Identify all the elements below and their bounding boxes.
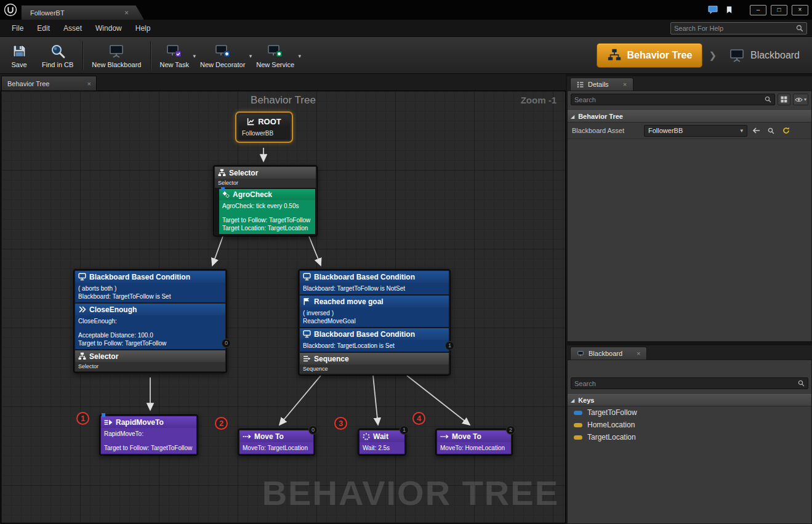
- blackboard-key-homelocation[interactable]: HomeLocation: [568, 419, 811, 431]
- decorator-line: Blackboard: TargetToFollow is Set: [78, 292, 222, 300]
- new-blackboard-icon: [108, 43, 124, 59]
- details-tab-icon: [577, 81, 584, 88]
- close-icon[interactable]: ×: [623, 81, 627, 88]
- save-button[interactable]: Save: [2, 38, 37, 73]
- menu-bar: File Edit Asset Window Help: [0, 20, 812, 37]
- property-matrix-button[interactable]: [778, 94, 790, 105]
- new-service-icon: [267, 43, 283, 59]
- grid-icon: [781, 96, 787, 103]
- key-name: TargetLocation: [587, 433, 636, 441]
- blackboard-search-input[interactable]: [574, 380, 798, 387]
- expand-triangle-icon[interactable]: ◢: [571, 114, 574, 119]
- execution-index-badge: 0: [308, 425, 318, 435]
- node-task-moveto-home[interactable]: Move To MoveTo: HomeLocation 2: [435, 429, 513, 456]
- view-options-button[interactable]: ▾: [793, 94, 808, 105]
- node-root[interactable]: ROOT FollowerBB: [235, 111, 293, 143]
- new-task-button[interactable]: New Task ▾: [155, 38, 195, 73]
- tab-details[interactable]: Details ×: [570, 78, 633, 91]
- blackboard-search: [571, 377, 808, 389]
- composite-sequence[interactable]: Sequence Sequence: [300, 353, 449, 374]
- dropdown-arrow-icon[interactable]: ▾: [299, 53, 302, 59]
- section-behavior-tree[interactable]: ◢ Behavior Tree: [568, 110, 811, 123]
- menu-asset[interactable]: Asset: [57, 21, 89, 36]
- close-icon[interactable]: ×: [87, 80, 91, 87]
- node-selector-top[interactable]: Selector Selector AgroCheck AgroCheck: t…: [213, 165, 318, 236]
- key-type-icon: [574, 435, 582, 440]
- blackboard-key-targettofollow[interactable]: TargetToFollow: [568, 406, 811, 419]
- toolbar-separator: [150, 41, 151, 70]
- new-decorator-button[interactable]: New Decorator ▾: [195, 38, 251, 73]
- decorator-blackboard-condition[interactable]: Blackboard Based Condition Blackboard: T…: [300, 271, 449, 294]
- execution-index-badge: 1: [445, 341, 454, 350]
- help-search-input[interactable]: [674, 25, 796, 32]
- composite-selector[interactable]: Selector Selector: [75, 350, 225, 371]
- node-title: Move To: [452, 432, 481, 441]
- blackboard-key-targetlocation[interactable]: TargetLocation: [568, 431, 811, 443]
- decorator-line: ReachedMoveGoal: [303, 317, 446, 325]
- node-title: Selector: [229, 169, 258, 177]
- new-service-button[interactable]: New Service ▾: [251, 38, 300, 73]
- decorator-blackboard-condition[interactable]: Blackboard Based Condition ( aborts both…: [75, 271, 225, 302]
- key-name: TargetToFollow: [587, 408, 637, 417]
- keys-section-header[interactable]: ◢ Keys: [568, 394, 811, 406]
- node-sequence-group[interactable]: Blackboard Based Condition Blackboard: T…: [298, 269, 451, 376]
- bookmark-icon[interactable]: [725, 6, 733, 14]
- blackboard-condition-icon: [303, 330, 311, 338]
- maximize-button[interactable]: □: [771, 5, 787, 15]
- save-icon: [11, 43, 27, 59]
- unreal-editor-window: FollowerBT × – □ × File Edit Asset Windo…: [0, 0, 812, 524]
- close-button[interactable]: ×: [792, 5, 808, 15]
- decorator-blackboard-condition[interactable]: Blackboard Based Condition Blackboard: T…: [300, 328, 449, 352]
- node-title: Sequence: [314, 355, 349, 363]
- tab-behavior-tree-doc[interactable]: Behavior Tree ×: [1, 76, 97, 91]
- node-task-wait[interactable]: Wait Wait: 2.5s 1: [358, 429, 406, 456]
- behavior-tree-graph-canvas[interactable]: Behavior Tree Zoom -1 BEHAVIOR TREE ROOT…: [1, 91, 566, 523]
- moveto-icon: [243, 433, 251, 440]
- decorator-reached-move-goal[interactable]: Reached move goal ( inversed ) ReachedMo…: [300, 296, 449, 327]
- expand-triangle-icon[interactable]: ◢: [571, 398, 574, 403]
- new-decorator-icon: [215, 43, 231, 59]
- node-title: ROOT: [258, 117, 281, 126]
- find-in-cb-button[interactable]: Find in CB: [37, 38, 79, 73]
- reset-to-default-button[interactable]: [780, 125, 792, 137]
- node-title: Blackboard Based Condition: [89, 273, 190, 281]
- decorator-line: ( inversed ): [303, 309, 446, 317]
- node-closeenough-selector-group[interactable]: Blackboard Based Condition ( aborts both…: [73, 269, 227, 373]
- node-task-moveto-target[interactable]: Move To MoveTo: TargetLocation 0: [238, 429, 315, 456]
- minimize-button[interactable]: –: [750, 5, 766, 15]
- close-icon[interactable]: ×: [637, 350, 640, 357]
- node-title: Wait: [373, 432, 388, 441]
- service-param: Target Location: TargetLocation: [222, 224, 312, 232]
- breakpoint-marker: [221, 187, 225, 191]
- mode-blackboard-button[interactable]: Blackboard: [723, 43, 806, 68]
- menu-help[interactable]: Help: [129, 21, 158, 36]
- key-type-icon: [574, 411, 582, 415]
- menu-file[interactable]: File: [5, 21, 30, 36]
- reached-move-goal-icon: [303, 297, 311, 305]
- sequence-icon: [303, 355, 311, 363]
- menu-window[interactable]: Window: [89, 21, 129, 36]
- agrocheck-service-icon: [222, 191, 230, 198]
- node-subtitle: Sequence: [300, 365, 449, 374]
- new-blackboard-button[interactable]: New Blackboard: [87, 38, 147, 73]
- tab-blackboard[interactable]: Blackboard ×: [570, 347, 647, 360]
- service-agrocheck[interactable]: AgroCheck AgroCheck: tick every 0.50s Ta…: [219, 189, 315, 234]
- feedback-bubble-icon[interactable]: [708, 6, 718, 14]
- titlebar: FollowerBT × – □ ×: [0, 0, 812, 20]
- use-selected-asset-button[interactable]: [750, 125, 762, 137]
- browse-to-asset-button[interactable]: [765, 125, 777, 137]
- close-icon[interactable]: ×: [124, 9, 129, 17]
- details-search-input[interactable]: [574, 96, 765, 103]
- decorator-line: Acceptable Distance: 100.0: [78, 331, 222, 339]
- blackboard-condition-icon: [78, 273, 86, 281]
- mode-behavior-tree-button[interactable]: Behavior Tree: [597, 43, 703, 68]
- node-subtitle: FollowerBB: [238, 128, 290, 140]
- menu-edit[interactable]: Edit: [30, 21, 57, 36]
- execution-index-badge: 2: [506, 425, 515, 435]
- node-task-rapidmoveto[interactable]: RapidMoveTo RapidMoveTo: Target to Follo…: [99, 414, 198, 456]
- asset-tab-followerbt[interactable]: FollowerBT ×: [21, 5, 144, 20]
- toolbar: Save Find in CB New Blackboard New Task …: [0, 37, 812, 74]
- blackboard-asset-combo[interactable]: FollowerBB ▾: [644, 125, 747, 137]
- decorator-closeenough[interactable]: CloseEnough CloseEnough: Acceptable Dist…: [75, 304, 225, 349]
- step-marker-1: 1: [76, 412, 89, 425]
